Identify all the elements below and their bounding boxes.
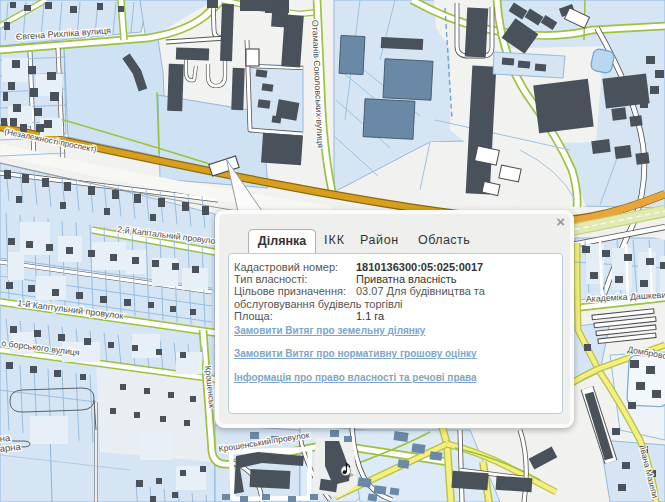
svg-text:арна: арна [0,441,22,454]
